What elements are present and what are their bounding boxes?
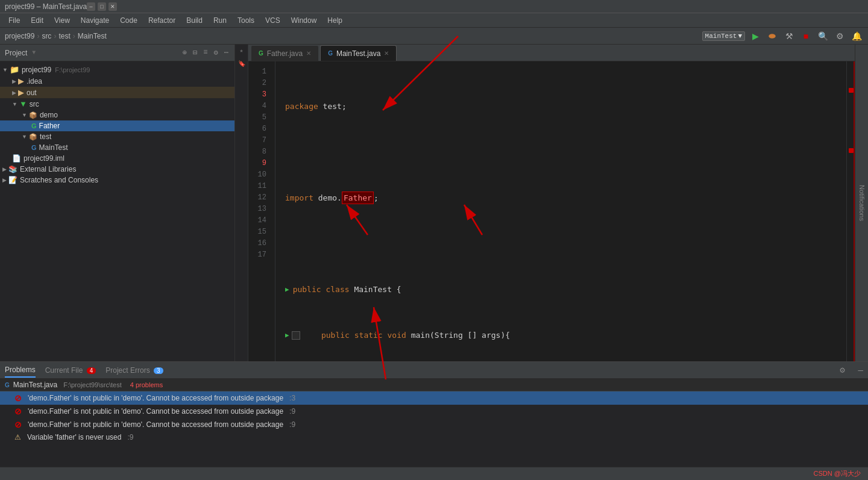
collapse-all-icon[interactable]: ⊟ bbox=[192, 47, 198, 58]
line-num-11: 11 bbox=[248, 181, 270, 192]
code-content[interactable]: package test; import demo. Father ; ▶ pu… bbox=[275, 61, 846, 361]
stop-button[interactable]: ■ bbox=[799, 30, 813, 43]
close-button[interactable]: ✕ bbox=[108, 2, 117, 11]
tab-problems[interactable]: Problems bbox=[5, 363, 36, 378]
tree-item-idea[interactable]: ▶ ▶ .idea bbox=[0, 75, 234, 87]
java-file-icon: G bbox=[259, 50, 263, 57]
problem-row-2[interactable]: ⊘ 'demo.Father' is not public in 'demo'.… bbox=[0, 405, 868, 418]
tree-item-test[interactable]: ▼ 📦 test bbox=[0, 131, 234, 142]
main-area: Project ▼ ⊕ ⊟ ≡ ⚙ ⋯ ▼ 📁 project99 F:\pro… bbox=[0, 45, 868, 361]
run-gutter-icon[interactable]: ▶ bbox=[285, 284, 289, 295]
menu-run[interactable]: Run bbox=[209, 15, 231, 26]
step-icon[interactable] bbox=[292, 331, 300, 340]
code-line-3: import demo. Father ; bbox=[285, 192, 837, 204]
notifications-button[interactable]: 🔔 bbox=[850, 30, 863, 43]
tree-item-father[interactable]: G Father bbox=[0, 120, 234, 131]
tree-label-src: src bbox=[30, 100, 39, 108]
line-num-9: 9 bbox=[248, 158, 270, 169]
debug-button[interactable]: ⬬ bbox=[766, 30, 779, 43]
menu-help[interactable]: Help bbox=[322, 15, 347, 26]
notifications-panel[interactable]: Notifications bbox=[855, 45, 868, 361]
line-num-15: 15 bbox=[248, 226, 270, 238]
tree-label-iml: project99.iml bbox=[24, 154, 64, 163]
expand-arrow: ▼ bbox=[22, 134, 27, 140]
problem-loc-3: :9 bbox=[289, 420, 295, 429]
line-num-13: 13 bbox=[248, 204, 270, 215]
tree-item-scratches[interactable]: ▶ 📝 Scratches and Consoles bbox=[0, 175, 234, 185]
tree-item-demo[interactable]: ▼ 📦 demo bbox=[0, 110, 234, 120]
source-folder-icon: ▼ bbox=[19, 99, 27, 108]
toolbar: project99 › src › test › MainTest MainTe… bbox=[0, 28, 868, 45]
java-file-icon: G bbox=[5, 382, 10, 388]
breadcrumb-pkg[interactable]: test bbox=[58, 32, 70, 40]
tree-path-project99: F:\project99 bbox=[55, 66, 90, 73]
problem-row-1[interactable]: ⊘ 'demo.Father' is not public in 'demo'.… bbox=[0, 391, 868, 405]
run-gutter-icon-2[interactable]: ▶ bbox=[285, 329, 289, 341]
breadcrumb-src[interactable]: src bbox=[42, 32, 51, 40]
tree-item-project99[interactable]: ▼ 📁 project99 F:\project99 bbox=[0, 64, 234, 75]
bottom-close-icon[interactable]: — bbox=[858, 366, 863, 375]
tab-father[interactable]: G Father.java ✕ bbox=[251, 45, 319, 61]
editor-area: G Father.java ✕ G MainTest.java ✕ ⊘ 3 ⚠ … bbox=[248, 45, 855, 361]
sidebar-toolbar: ⊕ ⊟ ≡ ⚙ ⋯ bbox=[181, 47, 230, 58]
bottom-panel: Problems Current File 4 Project Errors 3… bbox=[0, 361, 868, 467]
bottom-settings-icon[interactable]: ⚙ bbox=[840, 365, 844, 375]
tree-item-src[interactable]: ▼ ▼ src bbox=[0, 98, 234, 110]
gear-icon[interactable]: ⋯ bbox=[223, 47, 230, 58]
status-bar: CSDN @冯大少 bbox=[0, 467, 868, 480]
line-num-2: 2 bbox=[248, 78, 270, 89]
breadcrumb-file[interactable]: MainTest bbox=[78, 32, 107, 40]
tree-label-project99: project99 bbox=[22, 66, 51, 74]
menu-navigate[interactable]: Navigate bbox=[76, 15, 114, 26]
minimize-button[interactable]: – bbox=[87, 2, 95, 11]
tab-project-errors[interactable]: Project Errors 3 bbox=[105, 364, 163, 377]
project-sidebar: Project ▼ ⊕ ⊟ ≡ ⚙ ⋯ ▼ 📁 project99 F:\pro… bbox=[0, 45, 235, 361]
favorite-icon[interactable]: ★ bbox=[239, 47, 243, 54]
bottom-tab-bar: Problems Current File 4 Project Errors 3… bbox=[0, 362, 868, 379]
run-configuration[interactable]: MainTest ▼ bbox=[702, 31, 745, 41]
chevron-down-icon: ▼ bbox=[738, 33, 742, 40]
run-button[interactable]: ▶ bbox=[749, 30, 762, 43]
left-margin-panel: ★ 🔖 bbox=[235, 45, 248, 361]
settings-button[interactable]: ⚙ bbox=[833, 30, 846, 43]
breadcrumb-project[interactable]: project99 bbox=[5, 32, 34, 40]
problem-file-row[interactable]: G MainTest.java F:\project99\src\test 4 … bbox=[0, 379, 868, 391]
autoscroll-icon[interactable]: ≡ bbox=[202, 47, 209, 58]
problem-row-3[interactable]: ⊘ 'demo.Father' is not public in 'demo'.… bbox=[0, 418, 868, 431]
tree-item-extlibs[interactable]: ▶ 📚 External Libraries bbox=[0, 164, 234, 175]
problem-row-warn[interactable]: ⚠ Variable 'father' is never used :9 bbox=[0, 431, 868, 443]
menu-edit[interactable]: Edit bbox=[26, 15, 48, 26]
line-num-5: 5 bbox=[248, 112, 270, 123]
tab-close-icon[interactable]: ✕ bbox=[306, 50, 311, 57]
tab-current-file[interactable]: Current File 4 bbox=[45, 364, 96, 377]
father-import-highlight: Father bbox=[342, 192, 374, 204]
tree-item-iml[interactable]: 📄 project99.iml bbox=[0, 153, 234, 164]
line-num-3: 3 bbox=[248, 89, 270, 101]
expand-all-icon[interactable]: ⊕ bbox=[181, 47, 188, 58]
settings-icon[interactable]: ⚙ bbox=[213, 47, 219, 58]
menu-code[interactable]: Code bbox=[115, 15, 142, 26]
maximize-button[interactable]: □ bbox=[98, 2, 106, 11]
libraries-icon: 📚 bbox=[8, 165, 17, 173]
tree-label-father: Father bbox=[39, 122, 60, 130]
problem-file-path: F:\project99\src\test bbox=[63, 381, 122, 388]
tab-maintest[interactable]: G MainTest.java ✕ bbox=[320, 45, 397, 61]
sidebar-title: Project bbox=[5, 49, 27, 57]
menu-view[interactable]: View bbox=[49, 15, 75, 26]
menu-vcs[interactable]: VCS bbox=[260, 15, 285, 26]
tree-item-out[interactable]: ▶ ▶ out bbox=[0, 87, 234, 98]
build-button[interactable]: ⚒ bbox=[782, 30, 796, 43]
code-line-6: ▶ public static void main(String [] args… bbox=[285, 329, 837, 341]
menu-window[interactable]: Window bbox=[286, 15, 322, 26]
problem-loc-2: :9 bbox=[289, 407, 295, 416]
search-button[interactable]: 🔍 bbox=[816, 30, 829, 43]
tree-label-test: test bbox=[40, 132, 51, 141]
tree-item-maintest[interactable]: G MainTest bbox=[0, 142, 234, 153]
menu-tools[interactable]: Tools bbox=[233, 15, 259, 26]
menu-file[interactable]: File bbox=[4, 15, 25, 26]
bookmark-icon[interactable]: 🔖 bbox=[238, 60, 245, 67]
menu-build[interactable]: Build bbox=[181, 15, 207, 26]
tab-close-icon[interactable]: ✕ bbox=[384, 50, 389, 57]
tab-label-father: Father.java bbox=[267, 49, 303, 58]
menu-refactor[interactable]: Refactor bbox=[143, 15, 180, 26]
